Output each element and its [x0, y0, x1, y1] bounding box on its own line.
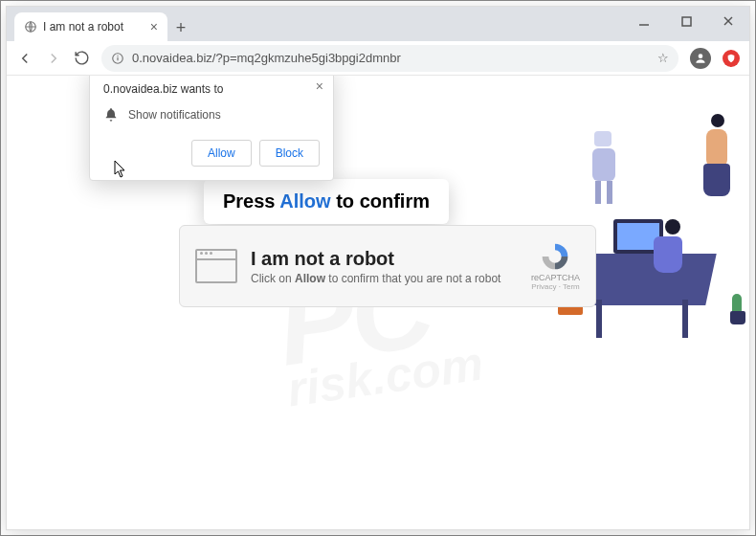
person-icon — [694, 52, 707, 65]
robot-check-card: I am not a robot Click on Allow to confi… — [179, 225, 596, 307]
nav-forward-button[interactable] — [45, 50, 62, 67]
address-bar[interactable]: 0.novaidea.biz/?p=mq2gkmzuhe5gi3bpgi2dmn… — [101, 45, 678, 72]
notification-permission-prompt: × 0.novaidea.biz wants to Show notificat… — [89, 76, 334, 181]
prompt-close-button[interactable]: × — [316, 78, 323, 94]
office-illustration — [577, 114, 740, 344]
window-close-button[interactable] — [707, 7, 749, 35]
nav-reload-button[interactable] — [74, 50, 90, 66]
press-allow-banner: Press Allow to confirm — [204, 179, 449, 224]
recaptcha-icon — [539, 242, 571, 271]
browser-titlebar: I am not a robot × + — [7, 7, 749, 41]
page-viewport: PC risk.com Press Allow to confirm I a — [7, 76, 749, 529]
nav-back-button[interactable] — [16, 50, 33, 67]
card-heading: I am not a robot — [251, 248, 500, 270]
shield-icon — [726, 54, 736, 63]
window-minimize-button[interactable] — [623, 7, 665, 35]
prompt-permission-label: Show notifications — [128, 108, 221, 122]
globe-icon — [24, 20, 37, 34]
window-maximize-button[interactable] — [665, 7, 707, 35]
standing-person-figure — [698, 114, 736, 210]
arrow-right-icon — [45, 50, 62, 67]
new-tab-button[interactable]: + — [167, 14, 194, 41]
tab-close-icon[interactable]: × — [150, 19, 158, 34]
svg-point-7 — [117, 55, 118, 56]
browser-window-icon — [195, 249, 237, 283]
browser-toolbar: 0.novaidea.biz/?p=mq2gkmzuhe5gi3bpgi2dmn… — [7, 41, 749, 76]
browser-tab[interactable]: I am not a robot × — [14, 12, 167, 41]
bookmark-icon[interactable]: ☆ — [657, 51, 669, 65]
block-button[interactable]: Block — [259, 140, 320, 167]
reload-icon — [74, 50, 90, 66]
svg-rect-2 — [682, 17, 691, 26]
sitting-person-figure — [654, 219, 694, 286]
allow-button[interactable]: Allow — [191, 140, 252, 167]
svg-point-8 — [699, 54, 703, 58]
recaptcha-badge: reCAPTCHA Privacy · Term — [531, 242, 580, 291]
recaptcha-links[interactable]: Privacy · Term — [531, 282, 580, 291]
page-url: 0.novaidea.biz/?p=mq2gkmzuhe5gi3bpgi2dmn… — [132, 51, 650, 65]
profile-button[interactable] — [690, 48, 711, 69]
site-info-icon[interactable] — [111, 52, 124, 65]
maximize-icon — [681, 16, 692, 27]
bell-icon — [103, 107, 119, 123]
prompt-origin: 0.novaidea.biz wants to — [103, 82, 320, 96]
tab-title: I am not a robot — [43, 20, 123, 34]
minimize-icon — [638, 15, 650, 27]
recaptcha-label: reCAPTCHA — [531, 273, 580, 282]
robot-figure — [587, 131, 621, 206]
arrow-left-icon — [16, 50, 33, 67]
plant-icon — [730, 311, 745, 324]
close-icon — [723, 15, 734, 27]
card-subtext: Click on Allow to confirm that you are n… — [251, 272, 500, 285]
extension-button[interactable] — [723, 50, 740, 67]
